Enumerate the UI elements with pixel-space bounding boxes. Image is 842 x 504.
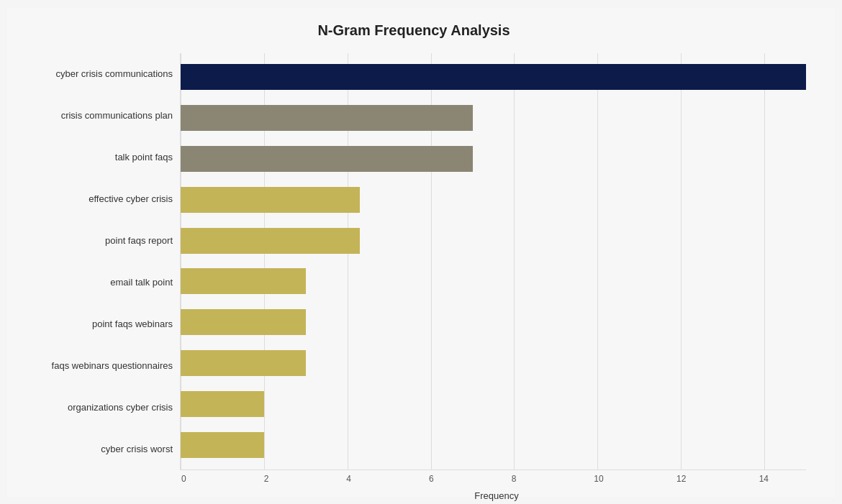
bar-row <box>181 304 806 340</box>
bar <box>181 309 306 335</box>
bar <box>181 146 473 172</box>
x-tick: 12 <box>676 474 686 484</box>
bar-row <box>181 263 806 299</box>
x-tick: 14 <box>759 474 769 484</box>
bar <box>181 350 306 376</box>
x-tick: 10 <box>594 474 603 484</box>
x-tick: 0 <box>181 474 186 484</box>
bar <box>181 432 264 458</box>
y-labels: cyber crisis communicationscrisis commun… <box>22 53 180 470</box>
x-axis: 02468101214 <box>187 470 806 485</box>
y-label: effective cyber crisis <box>89 181 173 217</box>
bar-row <box>181 59 806 95</box>
x-axis-label: Frequency <box>187 490 806 501</box>
chart-title: N-Gram Frequency Analysis <box>22 22 806 39</box>
chart-area: cyber crisis communicationscrisis commun… <box>22 53 806 470</box>
y-label: point faqs webinars <box>92 306 173 342</box>
bar <box>181 391 264 417</box>
bar-row <box>181 182 806 218</box>
y-label: talk point faqs <box>115 139 173 175</box>
y-label: point faqs report <box>105 223 173 259</box>
y-label: cyber crisis worst <box>101 431 173 467</box>
x-tick: 4 <box>346 474 351 484</box>
y-label: cyber crisis communications <box>55 56 173 92</box>
bar-row <box>181 345 806 381</box>
x-tick: 2 <box>264 474 269 484</box>
x-axis-wrapper: 02468101214 Frequency <box>180 470 806 501</box>
bar <box>181 228 360 254</box>
chart-container: N-Gram Frequency Analysis cyber crisis c… <box>7 8 835 497</box>
x-tick: 8 <box>512 474 517 484</box>
bar-row <box>181 100 806 136</box>
bar <box>181 268 306 294</box>
bar <box>181 187 360 213</box>
bar-row <box>181 427 806 463</box>
bars-container <box>181 53 806 469</box>
y-label: email talk point <box>110 265 173 301</box>
bar <box>181 105 473 131</box>
bar-row <box>181 386 806 422</box>
y-label: organizations cyber crisis <box>68 390 173 426</box>
bar <box>181 64 806 90</box>
bar-row <box>181 223 806 259</box>
y-label: faqs webinars questionnaires <box>52 348 173 384</box>
y-label: crisis communications plan <box>61 98 173 134</box>
plot-area <box>180 53 806 470</box>
bar-row <box>181 141 806 177</box>
x-tick: 6 <box>429 474 434 484</box>
